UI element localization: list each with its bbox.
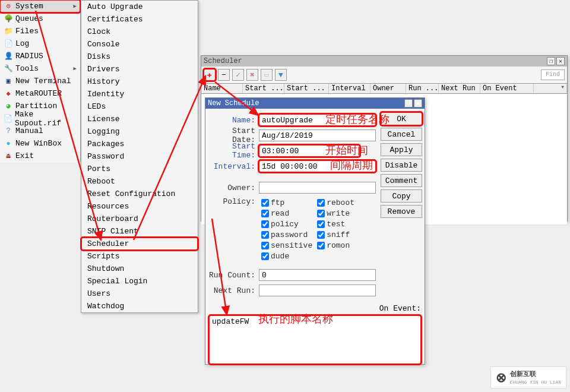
new-schedule-titlebar[interactable]: New Schedule ❐ ✕ bbox=[205, 98, 425, 109]
submenu-history[interactable]: History bbox=[81, 75, 198, 88]
policy-policy-checkbox[interactable] bbox=[261, 220, 269, 228]
scheduler-titlebar[interactable]: Scheduler ❐ ✕ bbox=[201, 56, 567, 67]
submenu-reboot[interactable]: Reboot bbox=[81, 175, 198, 188]
column-start-[interactable]: Start ... bbox=[243, 84, 284, 93]
policy-reboot-checkbox[interactable] bbox=[317, 199, 325, 207]
restore-icon[interactable]: ❐ bbox=[404, 99, 413, 108]
policy-test[interactable]: test bbox=[315, 219, 368, 229]
enable-button[interactable]: ✓ bbox=[232, 69, 244, 81]
submenu-shutdown[interactable]: Shutdown bbox=[81, 263, 198, 275]
nav-item-make-supout-rif[interactable]: 📄Make Supout.rif bbox=[0, 112, 80, 125]
restore-icon[interactable]: ❐ bbox=[547, 57, 555, 65]
cancel-button[interactable]: Cancel bbox=[381, 128, 422, 141]
disable-button[interactable]: Disable bbox=[381, 159, 422, 172]
submenu-drivers[interactable]: Drivers bbox=[81, 63, 198, 75]
policy-read[interactable]: read bbox=[259, 208, 312, 219]
nav-item-tools[interactable]: 🔧Tools▶ bbox=[0, 62, 80, 75]
policy-dude-checkbox[interactable] bbox=[261, 252, 269, 260]
submenu-packages[interactable]: Packages bbox=[81, 138, 198, 150]
policy-write-checkbox[interactable] bbox=[317, 210, 325, 217]
chevron-right-icon: ▶ bbox=[74, 3, 77, 10]
column-more[interactable]: ▼ bbox=[534, 84, 567, 93]
column-run-[interactable]: Run ... bbox=[406, 84, 439, 93]
submenu-scripts[interactable]: Scripts bbox=[81, 250, 198, 263]
submenu-password[interactable]: Password bbox=[81, 150, 198, 163]
nav-item-log[interactable]: 📄Log bbox=[0, 37, 80, 50]
policy-dude[interactable]: dude bbox=[259, 251, 312, 261]
policy-sniff-checkbox[interactable] bbox=[317, 231, 325, 239]
column-owner[interactable]: Owner bbox=[370, 84, 406, 93]
submenu-reset-configuration[interactable]: Reset Configuration bbox=[81, 188, 198, 200]
comment-button[interactable]: Comment bbox=[381, 174, 422, 187]
column-start-[interactable]: Start ... bbox=[284, 84, 329, 93]
policy-write[interactable]: write bbox=[315, 208, 368, 219]
policy-password[interactable]: password bbox=[259, 229, 312, 240]
start-date-input[interactable] bbox=[259, 129, 376, 141]
remove-button[interactable]: Remove bbox=[381, 205, 422, 218]
policy-password-checkbox[interactable] bbox=[261, 231, 269, 239]
close-icon[interactable]: ✕ bbox=[414, 99, 422, 108]
submenu-auto-upgrade[interactable]: Auto Upgrade bbox=[81, 1, 198, 13]
start-time-input[interactable] bbox=[259, 145, 360, 157]
column-on-event[interactable]: On Event bbox=[480, 84, 534, 93]
policy-test-checkbox[interactable] bbox=[317, 220, 325, 228]
close-icon[interactable]: ✕ bbox=[556, 57, 565, 65]
comment-button[interactable]: ▭ bbox=[261, 69, 273, 81]
submenu-logging[interactable]: Logging bbox=[81, 125, 198, 138]
nav-item-metarouter[interactable]: ◆MetaROUTER bbox=[0, 87, 80, 100]
policy-sensitive[interactable]: sensitive bbox=[259, 240, 312, 251]
submenu-ports[interactable]: Ports bbox=[81, 163, 198, 175]
add-button[interactable]: ✚ bbox=[204, 69, 216, 81]
policy-sensitive-checkbox[interactable] bbox=[261, 242, 269, 249]
name-input[interactable] bbox=[259, 114, 376, 126]
submenu-sntp-client[interactable]: SNTP Client bbox=[81, 225, 198, 238]
nav-item-new-winbox[interactable]: ●New WinBox bbox=[0, 137, 80, 150]
remove-button[interactable]: − bbox=[218, 69, 230, 81]
submenu-identity[interactable]: Identity bbox=[81, 88, 198, 100]
policy-policy[interactable]: policy bbox=[259, 219, 312, 229]
dialog-buttons: OK Cancel Apply Disable Comment Copy Rem… bbox=[378, 109, 425, 302]
submenu-disks[interactable]: Disks bbox=[81, 50, 198, 63]
policy-romon[interactable]: romon bbox=[315, 240, 368, 251]
nav-item-system[interactable]: ⚙System▶ bbox=[0, 0, 80, 12]
interval-label: Interval: bbox=[207, 162, 259, 171]
disable-button[interactable]: ✖ bbox=[246, 69, 258, 81]
interval-input[interactable] bbox=[259, 160, 376, 172]
next-run-input[interactable] bbox=[259, 284, 376, 296]
nav-item-new-terminal[interactable]: ▣New Terminal bbox=[0, 75, 80, 87]
submenu-console[interactable]: Console bbox=[81, 38, 198, 50]
copy-button[interactable]: Copy bbox=[381, 189, 422, 203]
submenu-special-login[interactable]: Special Login bbox=[81, 275, 198, 287]
submenu-clock[interactable]: Clock bbox=[81, 26, 198, 38]
filter-button[interactable]: ▼ bbox=[275, 69, 287, 81]
policy-sniff[interactable]: sniff bbox=[315, 229, 368, 240]
policy-romon-checkbox[interactable] bbox=[317, 242, 325, 249]
column-interval[interactable]: Interval bbox=[329, 84, 370, 93]
policy-read-checkbox[interactable] bbox=[261, 210, 269, 217]
find-input[interactable]: Find bbox=[541, 69, 565, 80]
submenu-users[interactable]: Users bbox=[81, 287, 198, 300]
nav-item-radius[interactable]: 👤RADIUS bbox=[0, 50, 80, 62]
ok-button[interactable]: OK bbox=[381, 112, 422, 125]
policy-reboot[interactable]: reboot bbox=[315, 197, 368, 208]
submenu-watchdog[interactable]: Watchdog bbox=[81, 300, 198, 312]
column-name[interactable]: Name bbox=[201, 84, 243, 93]
submenu-certificates[interactable]: Certificates bbox=[81, 13, 198, 26]
apply-button[interactable]: Apply bbox=[381, 143, 422, 156]
owner-input[interactable] bbox=[259, 182, 376, 194]
nav-item-exit[interactable]: ⏏Exit bbox=[0, 150, 80, 162]
submenu-scheduler[interactable]: Scheduler bbox=[81, 238, 198, 250]
nav-item-queues[interactable]: 🌳Queues bbox=[0, 12, 80, 25]
submenu-license[interactable]: License bbox=[81, 113, 198, 125]
nav-item-files[interactable]: 📁Files bbox=[0, 25, 80, 37]
new-schedule-title: New Schedule bbox=[208, 99, 259, 108]
brand-logo: ⊗ 创新互联 CHUANG XIN HU LIAN bbox=[490, 366, 566, 388]
submenu-resources[interactable]: Resources bbox=[81, 200, 198, 213]
on-event-input[interactable]: updateFW bbox=[209, 315, 421, 364]
policy-ftp[interactable]: ftp bbox=[259, 197, 312, 208]
column-next-run[interactable]: Next Run bbox=[439, 84, 480, 93]
policy-ftp-checkbox[interactable] bbox=[261, 199, 269, 207]
submenu-routerboard[interactable]: Routerboard bbox=[81, 213, 198, 225]
run-count-input[interactable] bbox=[259, 269, 376, 281]
submenu-leds[interactable]: LEDs bbox=[81, 100, 198, 113]
